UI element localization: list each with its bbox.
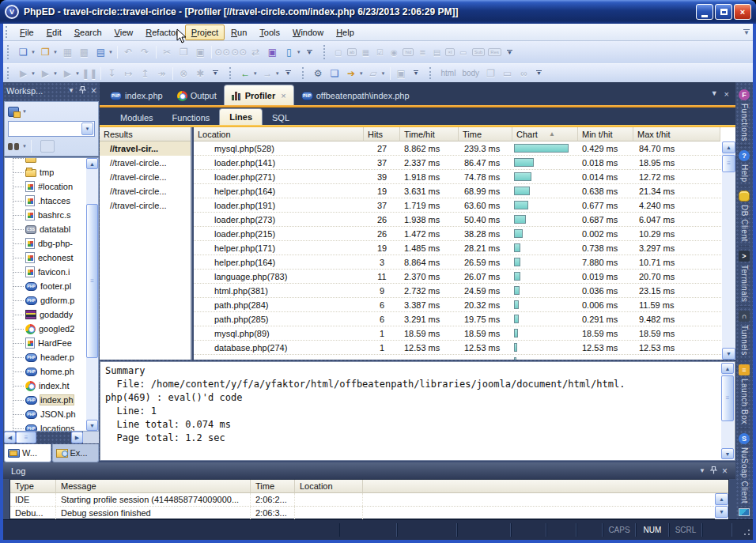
- workspace-close-icon[interactable]: ×: [91, 87, 96, 95]
- table-row[interactable]: loader.php(141)372.337 ms86.47 ms0.018 m…: [194, 156, 735, 170]
- resize-grip[interactable]: [740, 526, 750, 535]
- scroll-up-icon[interactable]: ▲: [86, 158, 98, 169]
- scroll-right-icon[interactable]: ▶: [71, 432, 83, 443]
- publish-icon[interactable]: ▤: [93, 44, 109, 60]
- html-path-body[interactable]: body: [462, 69, 479, 77]
- scroll-up-icon[interactable]: ▲: [721, 363, 734, 374]
- scroll-down-icon[interactable]: ▼: [86, 420, 98, 431]
- rail-tab-nusoap-client[interactable]: SNuSoap Client: [739, 429, 750, 508]
- tree-item-tmp[interactable]: tmp: [5, 165, 85, 179]
- column-header-chart[interactable]: Chart▲: [512, 127, 578, 141]
- toolbar-grip[interactable]: [7, 45, 13, 59]
- log-column-location[interactable]: Location: [295, 480, 363, 493]
- tree-horizontal-scrollbar[interactable]: ◀ ▶: [4, 432, 99, 443]
- toolbar-grip[interactable]: [229, 67, 235, 79]
- text-input-control-icon[interactable]: ×I: [445, 48, 454, 56]
- scroll-up-icon[interactable]: ▲: [722, 141, 735, 153]
- toolbar-overflow-icon[interactable]: ▼: [213, 70, 218, 76]
- column-header-maxthit[interactable]: Max t/hit: [633, 127, 720, 141]
- tree-item-echonest[interactable]: echonest: [5, 251, 85, 265]
- doc-tab-output[interactable]: Output: [170, 86, 224, 105]
- break-icon[interactable]: ✱: [192, 66, 209, 81]
- step-into-icon[interactable]: ↧: [104, 66, 120, 81]
- table-row[interactable]: path.php(284)63.387 ms20.32 ms0.006 ms11…: [194, 298, 735, 312]
- tree-item-indexph[interactable]: PHPindex.ph: [5, 393, 85, 407]
- menu-help[interactable]: Help: [330, 25, 361, 40]
- doc-tab-profiler[interactable]: Profiler×: [224, 85, 294, 105]
- profiler-tab-functions[interactable]: Functions: [163, 110, 220, 125]
- tree-item-location[interactable]: #location: [5, 179, 85, 194]
- table-row[interactable]: mysql.php(528)278.862 ms239.3 ms0.429 ms…: [194, 141, 735, 156]
- toolbar-overflow-icon[interactable]: ▼: [414, 70, 419, 76]
- toolbar-overflow-icon[interactable]: ▼: [285, 70, 291, 76]
- undo-icon[interactable]: ↶: [120, 44, 137, 60]
- tree-item-faviconi[interactable]: favicon.i: [5, 265, 85, 279]
- tree-item[interactable]: [5, 157, 85, 165]
- submit-control-icon[interactable]: Sub: [472, 48, 486, 56]
- scroll-down-icon[interactable]: ▼: [715, 506, 728, 518]
- tree-item-locations[interactable]: PHPlocations: [5, 421, 85, 432]
- table-row[interactable]: language.php(783)112.370 ms26.07 ms0.019…: [194, 270, 735, 284]
- stop-icon[interactable]: ⊗: [176, 66, 192, 81]
- tree-item-gdformp[interactable]: PHPgdform.p: [5, 293, 85, 307]
- table-row[interactable]: helper.php(171)191.485 ms28.21 ms0.738 m…: [194, 241, 735, 255]
- workspace-filter-combobox[interactable]: ▼: [8, 121, 95, 137]
- minimize-button[interactable]: [696, 4, 713, 20]
- insert-image-icon[interactable]: ▭: [499, 66, 516, 81]
- toolbar-overflow-icon[interactable]: ▼: [307, 50, 312, 55]
- toolbar-overflow-icon[interactable]: ▼: [536, 70, 542, 76]
- table-row[interactable]: loader.php(271)391.918 ms74.78 ms0.014 m…: [194, 170, 735, 184]
- title-bar[interactable]: V PhpED - travel-circle::travel-cirlce -…: [0, 0, 756, 24]
- add-to-workspace-icon[interactable]: [8, 107, 19, 117]
- reset-control-icon[interactable]: Res: [488, 48, 501, 56]
- toolbar-overflow-icon[interactable]: ▼: [507, 50, 512, 55]
- copy-html-icon[interactable]: ❐: [482, 66, 499, 81]
- doc-tab-offbeatenpath-index-php[interactable]: PHPoffbeatenpath\index.php: [294, 86, 417, 105]
- find-in-files-icon[interactable]: ⊙⊙: [231, 44, 248, 60]
- menu-tools[interactable]: Tools: [253, 25, 286, 40]
- tree-item-HardFee[interactable]: HardFee: [5, 336, 85, 350]
- result-item[interactable]: //travel-circle...: [100, 184, 191, 198]
- tray-icon[interactable]: [739, 508, 750, 516]
- tree-vertical-scrollbar[interactable]: ▲ ▼: [86, 157, 99, 432]
- rail-tab-functions[interactable]: FFunctions: [739, 85, 750, 146]
- table-row[interactable]: helper.php(164)38.864 ms26.59 ms7.880 ms…: [194, 255, 735, 270]
- log-menu-icon[interactable]: ▼: [699, 467, 705, 474]
- form-editor-icon[interactable]: ▢: [331, 46, 346, 59]
- profiler-tab-sql[interactable]: SQL: [263, 110, 299, 125]
- tree-item-datatabl[interactable]: CSSdatatabl: [5, 222, 85, 236]
- tree-item-JSONph[interactable]: PHPJSON.ph: [5, 407, 85, 421]
- combobox-control-icon[interactable]: ▤: [429, 46, 444, 59]
- tree-item-bashrcs[interactable]: bashrc.s: [5, 208, 85, 222]
- workspace-tab-Ex[interactable]: Ex...: [52, 444, 100, 462]
- menu-run[interactable]: Run: [225, 25, 253, 40]
- maximize-button[interactable]: [715, 4, 732, 20]
- scrollbar-thumb[interactable]: [722, 155, 735, 172]
- workspace-pin-icon[interactable]: [79, 86, 86, 96]
- grid-control-icon[interactable]: ▦: [358, 46, 372, 59]
- menu-edit[interactable]: Edit: [40, 25, 68, 40]
- tree-item-indexht[interactable]: index.ht: [5, 379, 85, 393]
- rail-tab-launch-box[interactable]: ≡Launch Box: [739, 360, 750, 429]
- tree-item-godaddy[interactable]: godaddy: [5, 307, 85, 322]
- navigate-back-icon[interactable]: ←: [237, 66, 254, 81]
- step-over-icon[interactable]: ↦: [120, 66, 137, 81]
- table-vertical-scrollbar[interactable]: ▲ ▼: [722, 141, 735, 360]
- sync-view-button[interactable]: [40, 140, 55, 153]
- result-item[interactable]: //travel-circle...: [100, 170, 191, 184]
- chevron-down-icon[interactable]: ▼: [22, 144, 27, 149]
- run-icon[interactable]: ▶: [15, 66, 32, 81]
- close-tab-icon[interactable]: ×: [281, 91, 285, 100]
- profiler-tab-lines[interactable]: Lines: [219, 108, 263, 125]
- table-row[interactable]: html.php(381)92.732 ms24.59 ms0.036 ms23…: [194, 284, 735, 298]
- log-column-time[interactable]: Time: [251, 480, 295, 493]
- tree-item-homeph[interactable]: PHPhome.ph: [5, 364, 85, 379]
- redo-icon[interactable]: ↷: [137, 44, 153, 60]
- workspace-menu-icon[interactable]: ▼: [68, 87, 74, 94]
- close-button[interactable]: ×: [734, 4, 751, 20]
- summary-vertical-scrollbar[interactable]: ▲ ▼: [721, 363, 734, 459]
- scroll-down-icon[interactable]: ▼: [721, 448, 734, 459]
- layout-icon[interactable]: ▣: [393, 66, 410, 81]
- toolbar-grip[interactable]: [6, 26, 11, 38]
- rail-tab-terminals[interactable]: >Terminals: [739, 247, 750, 307]
